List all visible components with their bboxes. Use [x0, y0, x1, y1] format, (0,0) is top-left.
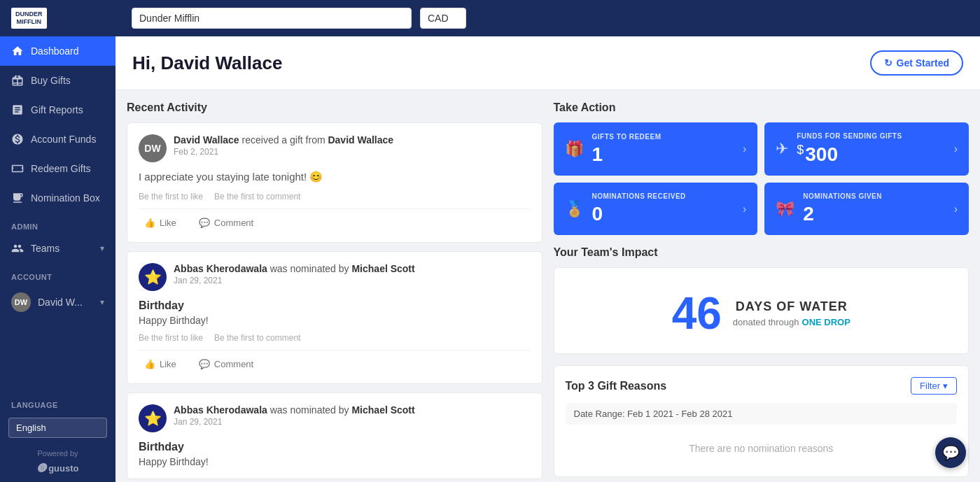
get-started-icon: ↻ — [884, 57, 892, 69]
activity-meta-2: Abbas Kherodawala was nominated by Micha… — [174, 263, 531, 285]
gift-reasons-card: Top 3 Gift Reasons Filter ▾ Date Range: … — [554, 365, 969, 477]
sidebar-label-account-funds: Account Funds — [31, 134, 96, 145]
social-like-1: Be the first to like — [139, 192, 203, 201]
nom-received-left: 🏅 NOMINATIONS RECEIVED 0 — [565, 192, 686, 225]
language-section: English — [0, 412, 115, 444]
nom-received-label: NOMINATIONS RECEIVED — [592, 192, 686, 200]
funds-sending-left: ✈ FUNDS FOR SENDING GIFTS $300 — [776, 132, 902, 166]
social-like-2: Be the first to like — [139, 333, 203, 343]
arrow-right-icon-3: › — [743, 203, 746, 215]
nominations-given-card[interactable]: 🎀 NOMINATIONS GIVEN 2 › — [764, 183, 969, 235]
sidebar-item-dashboard[interactable]: Dashboard — [0, 36, 115, 66]
sidebar-label-nomination-box: Nomination Box — [31, 192, 100, 204]
thumbs-up-icon: 👍 — [144, 218, 155, 228]
arrow-right-icon-4: › — [954, 203, 958, 215]
home-icon — [11, 45, 24, 57]
like-label-2: Like — [160, 359, 176, 369]
funds-amount: 300 — [805, 143, 838, 165]
chat-bubble[interactable]: 💬 — [935, 437, 966, 468]
comment-button-2[interactable]: 💬 Comment — [193, 356, 259, 372]
gifts-to-redeem-card[interactable]: 🎁 GIFTS TO REDEEM 1 › — [554, 122, 758, 176]
nomination-icon — [11, 192, 24, 204]
activity-actions-1: 👍 Like 💬 Comment — [139, 215, 531, 231]
birthday-label-2: Birthday — [139, 299, 531, 312]
sidebar-label-dashboard: Dashboard — [31, 45, 79, 57]
sidebar-item-redeem-gifts[interactable]: Redeem Gifts — [0, 154, 115, 183]
comment-label-1: Comment — [214, 218, 253, 228]
arrow-right-icon-2: › — [954, 143, 958, 155]
sidebar-item-buy-gifts[interactable]: Buy Gifts — [0, 66, 115, 95]
nominations-received-card[interactable]: 🏅 NOMINATIONS RECEIVED 0 › — [554, 183, 758, 235]
gift-reasons-title: Top 3 Gift Reasons — [566, 380, 667, 392]
activity-text-1: David Wallace received a gift from David… — [174, 134, 531, 146]
currency-select[interactable]: CAD — [420, 8, 466, 29]
actor-name-3: Abbas Kherodawala — [174, 404, 267, 416]
sidebar-item-account-user[interactable]: DW David W... ▾ — [0, 284, 115, 320]
account-avatar: DW — [11, 292, 31, 312]
funds-sending-card[interactable]: ✈ FUNDS FOR SENDING GIFTS $300 › — [764, 122, 969, 176]
date-range-text: Date Range: Feb 1 2021 - Feb 28 2021 — [566, 403, 958, 425]
right-section: Take Action 🎁 GIFTS TO REDEEM 1 › — [554, 101, 969, 482]
activity-text-2: Abbas Kherodawala was nominated by Micha… — [174, 263, 531, 274]
avatar-star-2: ⭐ — [139, 263, 167, 291]
impact-sub: donated through ONE DROP — [733, 317, 850, 327]
actor-name-1: David Wallace — [174, 134, 239, 146]
comment-icon: 💬 — [199, 218, 210, 228]
activity-date-1: Feb 2, 2021 — [174, 147, 531, 157]
nom-given-label: NOMINATIONS GIVEN — [803, 192, 882, 200]
redeem-icon — [11, 162, 24, 175]
from-name-3: Michael Scott — [351, 404, 414, 416]
gift-box-icon: 🎁 — [565, 140, 584, 158]
main-content: Hi, David Wallace ↻ Get Started Recent A… — [115, 36, 980, 482]
activity-date-3: Jan 29, 2021 — [174, 417, 531, 427]
sidebar-item-nomination-box[interactable]: Nomination Box — [0, 183, 115, 213]
funds-sending-value: $300 — [797, 143, 902, 166]
actor-name-2: Abbas Kherodawala — [174, 263, 267, 274]
send-gift-icon: ✈ — [776, 140, 788, 158]
teams-left: Teams — [11, 242, 59, 255]
sidebar-item-teams[interactable]: Teams ▾ — [0, 234, 115, 263]
gifts-redeem-content: GIFTS TO REDEEM 1 — [592, 133, 662, 166]
activity-meta-1: David Wallace received a gift from David… — [174, 134, 531, 157]
sidebar-label-redeem-gifts: Redeem Gifts — [31, 163, 91, 174]
language-select[interactable]: English — [8, 418, 107, 438]
sidebar-item-account-funds[interactable]: Account Funds — [0, 125, 115, 154]
activity-header-2: ⭐ Abbas Kherodawala was nominated by Mic… — [139, 263, 531, 291]
like-button-2[interactable]: 👍 Like — [139, 356, 182, 372]
nom-received-value: 0 — [592, 203, 686, 225]
guusto-logo: 🅖 guusto — [0, 463, 115, 474]
gifts-redeem-left: 🎁 GIFTS TO REDEEM 1 — [565, 133, 662, 166]
filter-chevron-icon: ▾ — [943, 381, 948, 391]
comment-label-2: Comment — [214, 359, 253, 369]
nom-received-content: NOMINATIONS RECEIVED 0 — [592, 192, 686, 225]
nomination-given-icon: 🎀 — [776, 200, 794, 218]
company-select-wrapper[interactable]: Dunder Mifflin — [132, 8, 412, 29]
activity-header-3: ⭐ Abbas Kherodawala was nominated by Mic… — [139, 404, 531, 432]
comment-button-1[interactable]: 💬 Comment — [193, 215, 259, 231]
sidebar-item-gift-reports[interactable]: Gift Reports — [0, 95, 115, 125]
logo: DUNDER MIFFLIN — [11, 8, 47, 29]
like-button-1[interactable]: 👍 Like — [139, 215, 182, 231]
account-section-label: ACCOUNT — [0, 263, 115, 284]
social-comment-2: Be the first to comment — [214, 333, 300, 343]
recent-activity-title: Recent Activity — [127, 101, 542, 114]
filter-button[interactable]: Filter ▾ — [911, 377, 957, 395]
gifts-redeem-value: 1 — [592, 143, 662, 166]
birthday-message-3: Happy Birthday! — [139, 456, 531, 467]
currency-wrapper[interactable]: CAD — [420, 8, 466, 29]
chat-icon: 💬 — [942, 444, 960, 461]
recent-activity-section: Recent Activity DW David Wallace receive… — [127, 101, 542, 482]
filter-label: Filter — [920, 381, 940, 391]
get-started-button[interactable]: ↻ Get Started — [870, 50, 963, 76]
action-text-1: received a gift from — [242, 134, 328, 146]
company-select[interactable]: Dunder Mifflin — [132, 8, 412, 29]
from-name-2: Michael Scott — [351, 263, 414, 274]
sidebar-label-teams: Teams — [31, 243, 59, 254]
activity-card-3: ⭐ Abbas Kherodawala was nominated by Mic… — [127, 392, 542, 479]
activity-social-1: Be the first to like Be the first to com… — [139, 192, 531, 201]
nom-given-content: NOMINATIONS GIVEN 2 — [803, 192, 882, 225]
impact-row: 46 DAYS OF WATER donated through ONE DRO… — [568, 288, 955, 339]
activity-date-2: Jan 29, 2021 — [174, 276, 531, 285]
sidebar-bottom: LANGUAGE English Powered by 🅖 guusto — [0, 391, 115, 482]
team-impact-card: 46 DAYS OF WATER donated through ONE DRO… — [554, 267, 969, 354]
